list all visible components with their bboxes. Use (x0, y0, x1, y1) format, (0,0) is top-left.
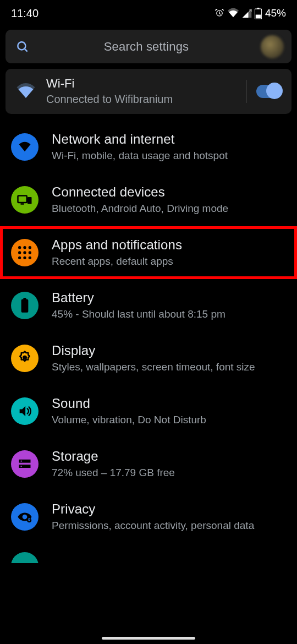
signal-icon: R (241, 8, 252, 19)
svg-point-25 (24, 516, 26, 518)
settings-item-connected-devices[interactable]: Connected devicesBluetooth, Android Auto… (0, 173, 297, 226)
item-subtitle: 72% used – 17.79 GB free (52, 466, 286, 480)
item-subtitle: Styles, wallpapers, screen timeout, font… (52, 360, 286, 374)
nav-handle[interactable] (102, 637, 195, 640)
settings-item-network-and-internet[interactable]: Network and internetWi-Fi, mobile, data … (0, 121, 297, 173)
svg-point-9 (18, 246, 21, 249)
svg-rect-18 (21, 299, 29, 313)
settings-item-battery[interactable]: Battery45% - Should last until about 8:1… (0, 279, 297, 332)
apps-icon (11, 239, 38, 266)
svg-point-11 (29, 246, 31, 249)
item-title: Storage (52, 448, 286, 465)
settings-item-storage[interactable]: Storage72% used – 17.79 GB free (0, 438, 297, 490)
svg-rect-6 (18, 196, 27, 203)
wifi-title: Wi-Fi (46, 76, 236, 92)
svg-line-5 (24, 48, 27, 51)
divider (246, 80, 246, 103)
status-time: 11:40 (11, 7, 38, 20)
item-subtitle: 45% - Should last until about 8:15 pm (52, 307, 286, 321)
svg-rect-7 (28, 197, 32, 204)
brightness-icon (11, 345, 38, 372)
settings-item-privacy[interactable]: PrivacyPermissions, account activity, pe… (0, 490, 297, 543)
svg-rect-2 (257, 8, 259, 9)
wifi-status-icon (227, 8, 239, 19)
item-subtitle: Permissions, account activity, personal … (52, 519, 286, 533)
location-icon (11, 552, 38, 580)
svg-text:R: R (249, 9, 252, 13)
svg-point-20 (23, 356, 27, 360)
svg-point-17 (29, 256, 31, 259)
svg-point-15 (18, 256, 21, 259)
svg-point-23 (20, 461, 21, 462)
item-title: Privacy (52, 501, 286, 517)
alarm-icon (214, 8, 225, 19)
settings-item-sound[interactable]: SoundVolume, vibration, Do Not Disturb (0, 385, 297, 438)
privacy-icon (11, 503, 38, 531)
settings-item-apps-and-notifications[interactable]: Apps and notificationsRecent apps, defau… (0, 226, 297, 279)
item-title: Display (52, 342, 286, 359)
svg-point-12 (18, 251, 21, 254)
status-icons: R 45% (214, 7, 286, 19)
item-title: Sound (52, 395, 286, 412)
item-subtitle: Recent apps, default apps (52, 254, 286, 269)
item-subtitle: Wi-Fi, mobile, data usage and hotspot (52, 149, 286, 163)
svg-point-4 (18, 42, 25, 50)
svg-rect-3 (256, 14, 261, 18)
item-title: Network and internet (52, 131, 286, 148)
search-placeholder: Search settings (38, 40, 254, 54)
status-bar: 11:40 R 45% (0, 0, 297, 24)
battery-icon (11, 292, 38, 319)
item-title: Connected devices (52, 184, 286, 200)
svg-point-10 (23, 246, 26, 249)
devices-icon (11, 186, 38, 214)
storage-icon (11, 450, 38, 478)
search-icon (13, 40, 32, 54)
svg-point-13 (23, 251, 26, 254)
item-subtitle: Volume, vibration, Do Not Disturb (52, 413, 286, 427)
wifi-icon (11, 133, 38, 161)
svg-rect-27 (29, 520, 30, 521)
wifi-icon (15, 83, 46, 100)
svg-rect-19 (23, 298, 26, 300)
battery-percent: 45% (265, 7, 286, 19)
wifi-subtitle: Connected to Wifibranium (46, 92, 236, 107)
item-title: Apps and notifications (52, 237, 286, 253)
svg-point-28 (23, 564, 27, 568)
svg-point-16 (23, 256, 26, 259)
battery-icon (255, 8, 262, 19)
search-settings[interactable]: Search settings (6, 30, 292, 63)
wifi-toggle[interactable] (256, 85, 282, 98)
profile-avatar[interactable] (261, 35, 284, 58)
svg-point-24 (20, 466, 21, 467)
item-title: Battery (52, 290, 286, 306)
wifi-quick-card[interactable]: Wi-Fi Connected to Wifibranium (6, 69, 292, 114)
svg-rect-8 (21, 203, 24, 205)
volume-icon (11, 397, 38, 425)
item-subtitle: Bluetooth, Android Auto, Driving mode (52, 201, 286, 216)
settings-list: Network and internetWi-Fi, mobile, data … (0, 121, 297, 543)
settings-item-location[interactable] (0, 543, 297, 580)
settings-item-display[interactable]: DisplayStyles, wallpapers, screen timeou… (0, 332, 297, 385)
svg-point-14 (29, 251, 31, 254)
